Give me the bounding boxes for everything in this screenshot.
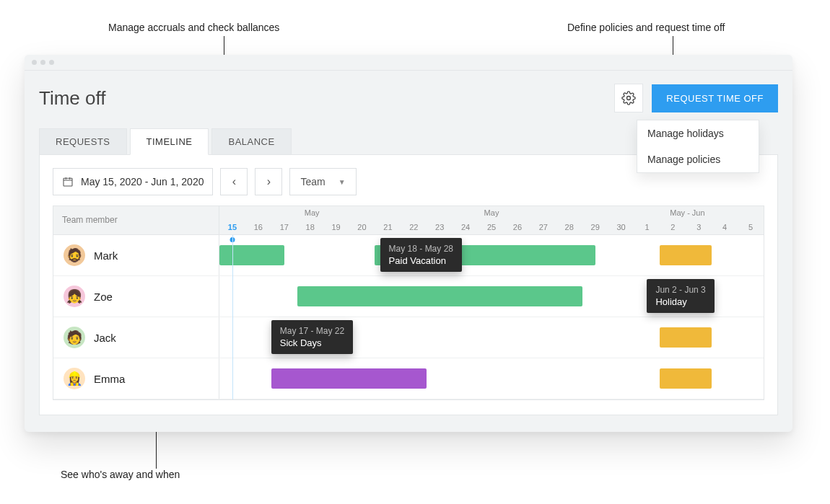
day-header: 5: [738, 223, 764, 231]
timeline-grid: Team member 1516171819202122232425262728…: [53, 205, 764, 400]
avatar: 🧔: [64, 244, 85, 266]
timeoff-tooltip: Jun 2 - Jun 3Holiday: [647, 279, 714, 313]
callout-away: See who's away and when: [61, 469, 180, 480]
month-label: May: [484, 208, 499, 217]
window-titlebar: [25, 55, 792, 71]
menu-manage-holidays[interactable]: Manage holidays: [637, 120, 759, 146]
timeline-row: 🧔MarkMay 18 - May 28Paid Vacation: [53, 235, 764, 276]
day-header: 15: [219, 223, 245, 231]
window-dot: [32, 60, 37, 65]
avatar: 🧑: [64, 327, 85, 348]
day-header: 29: [582, 223, 608, 231]
timeoff-bar[interactable]: [660, 245, 712, 265]
svg-point-0: [627, 97, 631, 100]
next-range-button[interactable]: ›: [255, 168, 282, 195]
timeoff-bar[interactable]: [219, 245, 284, 265]
timeline-row: 👷‍♀️Emma: [53, 358, 764, 399]
timeoff-tooltip: May 18 - May 28Paid Vacation: [380, 238, 462, 272]
tab-requests[interactable]: REQUESTS: [39, 128, 127, 155]
day-header: 20: [349, 223, 375, 231]
day-header: 30: [608, 223, 634, 231]
app-window: Time off REQUEST TIME OFF Manage holiday…: [25, 55, 792, 432]
day-header: 19: [323, 223, 349, 231]
tab-timeline[interactable]: TIMELINE: [130, 128, 209, 155]
track-area: May 18 - May 28Paid Vacation: [219, 235, 764, 275]
window-dot: [49, 60, 54, 65]
settings-menu: Manage holidays Manage policies: [637, 120, 759, 173]
day-header: 18: [297, 223, 323, 231]
day-header: 27: [530, 223, 556, 231]
menu-manage-policies[interactable]: Manage policies: [637, 146, 759, 172]
track-area: Jun 2 - Jun 3Holiday: [219, 276, 764, 317]
day-header: 22: [401, 223, 427, 231]
day-header: 28: [556, 223, 582, 231]
day-header: 25: [479, 223, 504, 231]
svg-rect-1: [64, 178, 72, 186]
timeoff-bar[interactable]: [660, 327, 712, 348]
timeline-panel: May 15, 2020 - Jun 1, 2020 ‹ › Team ▼ Te…: [39, 154, 778, 415]
member-cell: 👧Zoe: [53, 276, 219, 317]
timeoff-tooltip: May 17 - May 22Sick Days: [271, 320, 353, 354]
team-filter-label: Team: [300, 176, 325, 187]
day-header: 1: [634, 223, 660, 231]
tab-balance[interactable]: BALANCE: [211, 128, 291, 155]
member-cell: 🧑Jack: [53, 317, 219, 358]
timeoff-bar[interactable]: [297, 286, 582, 306]
caret-down-icon: ▼: [338, 178, 346, 186]
date-range-label: May 15, 2020 - Jun 1, 2020: [81, 176, 204, 187]
date-range-picker[interactable]: May 15, 2020 - Jun 1, 2020: [53, 168, 213, 195]
timeline-row: 🧑JackMay 17 - May 22Sick Days: [53, 317, 764, 358]
gear-icon: [621, 91, 636, 105]
day-header: 17: [271, 223, 297, 231]
day-header: 21: [375, 223, 401, 231]
member-name: Zoe: [94, 291, 113, 303]
day-header: 16: [245, 223, 271, 231]
chevron-left-icon: ‹: [232, 175, 236, 188]
day-header: 2: [660, 223, 686, 231]
day-header: 3: [686, 223, 712, 231]
team-filter-select[interactable]: Team ▼: [289, 168, 356, 195]
callout-policies: Define policies and request time off: [567, 22, 725, 33]
avatar: 👷‍♀️: [64, 368, 85, 389]
month-label: May - Jun: [670, 208, 704, 217]
timeline-row: 👧ZoeJun 2 - Jun 3Holiday: [53, 276, 764, 317]
timeoff-bar[interactable]: [271, 368, 427, 389]
member-name: Mark: [94, 249, 118, 262]
member-name: Jack: [94, 332, 116, 344]
window-dot: [40, 60, 45, 65]
team-member-column-header: Team member: [53, 206, 219, 234]
member-cell: 👷‍♀️Emma: [53, 358, 219, 399]
day-header: 23: [427, 223, 453, 231]
track-area: [219, 358, 764, 399]
month-label: May: [305, 208, 320, 217]
prev-range-button[interactable]: ‹: [220, 168, 248, 195]
day-header: 24: [453, 223, 479, 231]
page-title: Time off: [39, 87, 614, 110]
avatar: 👧: [64, 286, 85, 307]
day-header: 4: [712, 223, 738, 231]
member-name: Emma: [94, 373, 125, 385]
request-time-off-button[interactable]: REQUEST TIME OFF: [652, 84, 778, 112]
day-header: 26: [504, 223, 530, 231]
callout-accruals: Manage accruals and check ballances: [108, 22, 279, 33]
settings-button[interactable]: [614, 84, 643, 112]
track-area: May 17 - May 22Sick Days: [219, 317, 764, 358]
chevron-right-icon: ›: [267, 175, 271, 188]
calendar-icon: [62, 176, 74, 187]
timeoff-bar[interactable]: [660, 368, 712, 389]
member-cell: 🧔Mark: [53, 235, 219, 275]
